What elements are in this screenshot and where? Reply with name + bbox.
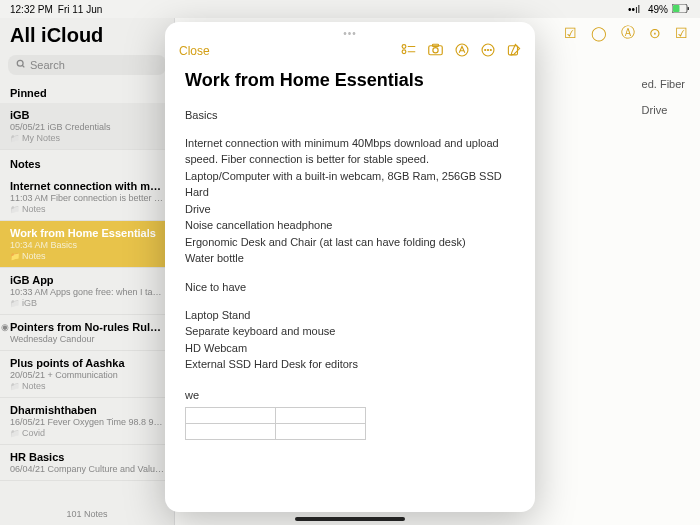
note-line: speed. Fiber connection is better for st… (185, 151, 515, 168)
note-line: HD Webcam (185, 340, 515, 357)
svg-point-14 (485, 49, 486, 50)
svg-point-5 (402, 45, 406, 49)
markup-icon[interactable] (455, 43, 469, 60)
svg-point-10 (433, 48, 438, 53)
note-line: Internet connection with minimum 40Mbps … (185, 135, 515, 152)
note-line: External SSD Hard Desk for editors (185, 356, 515, 373)
note-heading: Work from Home Essentials (185, 70, 515, 91)
note-line: Ergonomic Desk and Chair (at last can ha… (185, 234, 515, 251)
modal-overlay: ••• Close (0, 0, 700, 525)
note-line: Laptop/Computer with a built-in webcam, … (185, 168, 515, 201)
close-button[interactable]: Close (179, 44, 210, 58)
compose-icon[interactable] (507, 43, 521, 60)
modal-drag-handle[interactable]: ••• (165, 22, 535, 41)
note-line: Drive (185, 201, 515, 218)
section-basics: Basics (185, 109, 515, 121)
note-body[interactable]: Work from Home Essentials Basics Interne… (165, 68, 535, 512)
home-indicator[interactable] (295, 517, 405, 521)
note-line: Noise cancellation headphone (185, 217, 515, 234)
checklist-icon[interactable] (401, 43, 416, 59)
note-line: Water bottle (185, 250, 515, 267)
trailing-text: we (185, 387, 515, 404)
note-line: Separate keyboard and mouse (185, 323, 515, 340)
svg-point-8 (402, 50, 406, 54)
camera-icon[interactable] (428, 43, 443, 59)
more-icon[interactable] (481, 43, 495, 60)
section-nice-to-have: Nice to have (185, 281, 515, 293)
ellipsis-icon: ••• (343, 28, 357, 39)
note-modal: ••• Close (165, 22, 535, 512)
note-table[interactable] (185, 407, 366, 440)
svg-point-15 (487, 49, 488, 50)
svg-point-16 (490, 49, 491, 50)
note-line: Laptop Stand (185, 307, 515, 324)
